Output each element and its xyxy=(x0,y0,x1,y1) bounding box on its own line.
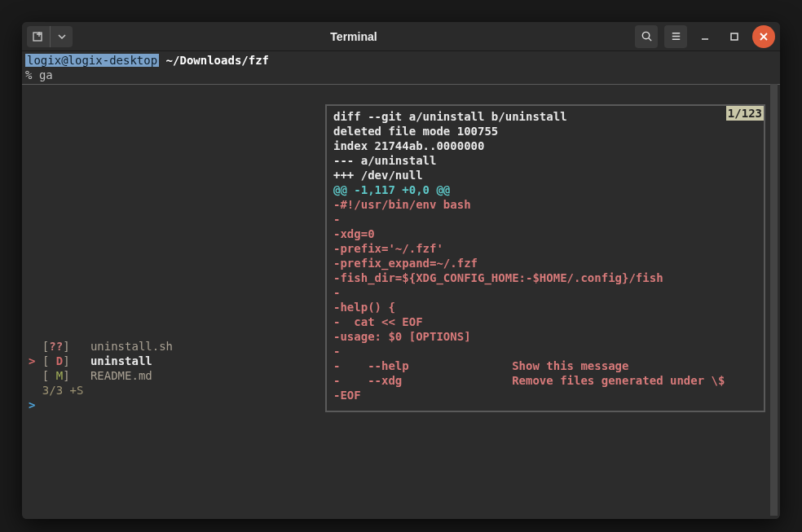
diff-line: -prefix='~/.fzf' xyxy=(333,241,757,256)
maximize-button[interactable] xyxy=(723,25,746,48)
hamburger-icon xyxy=(670,30,682,42)
diff-line: -help() { xyxy=(333,300,757,314)
diff-line: - cat << EOF xyxy=(333,314,757,329)
search-button[interactable] xyxy=(635,25,658,48)
terminal-body[interactable]: logix@logix-desktop ~/Downloads/fzf % ga… xyxy=(22,51,780,519)
command-text: ga xyxy=(39,68,53,81)
diff-line: index 21744ab..0000000 xyxy=(333,138,757,153)
close-icon xyxy=(759,32,769,42)
prompt-line-1: logix@logix-desktop ~/Downloads/fzf xyxy=(25,53,777,68)
diff-line: deleted file mode 100755 xyxy=(333,124,757,138)
diff-line: diff --git a/uninstall b/uninstall xyxy=(333,109,757,124)
diff-line: - --help Show this message xyxy=(333,358,757,373)
diff-line: -usage: $0 [OPTIONS] xyxy=(333,329,757,344)
search-icon xyxy=(641,30,653,42)
close-button[interactable] xyxy=(752,25,775,48)
chevron-down-icon xyxy=(58,33,66,41)
new-tab-group xyxy=(27,26,73,47)
file-row[interactable]: [ M] README.md xyxy=(29,368,173,383)
fzf-area: 1/123 diff --git a/uninstall b/uninstall… xyxy=(22,85,780,492)
prompt-symbol: % xyxy=(25,68,32,81)
terminal-window: Terminal logix@logix-desktop ~ xyxy=(22,22,780,519)
diff-line: @@ -1,117 +0,0 @@ xyxy=(333,182,757,197)
new-tab-dropdown[interactable] xyxy=(50,26,73,47)
preview-content: diff --git a/uninstall b/uninstalldelete… xyxy=(333,109,757,402)
scrollbar[interactable] xyxy=(770,84,778,516)
svg-line-4 xyxy=(648,38,650,41)
match-counter: 3/3 +S xyxy=(29,383,173,398)
svg-rect-9 xyxy=(731,33,738,40)
new-tab-button[interactable] xyxy=(27,26,50,47)
user-host: logix@logix-desktop xyxy=(25,54,159,67)
file-row[interactable]: > [ D] uninstall xyxy=(29,354,173,368)
diff-line: -#!/usr/bin/env bash xyxy=(333,197,757,212)
prompt-area: logix@logix-desktop ~/Downloads/fzf % ga xyxy=(22,51,780,82)
menu-button[interactable] xyxy=(664,25,687,48)
new-tab-icon xyxy=(32,30,45,43)
file-list[interactable]: [??] uninstall.sh> [ D] uninstall [ M] R… xyxy=(29,339,173,412)
minimize-icon xyxy=(699,31,711,42)
preview-position-badge: 1/123 xyxy=(726,106,764,121)
prompt-line-2: % ga xyxy=(25,68,777,82)
diff-line: -xdg=0 xyxy=(333,226,757,241)
diff-line: - xyxy=(333,285,757,300)
diff-line: -EOF xyxy=(333,388,757,402)
file-row[interactable]: [??] uninstall.sh xyxy=(29,339,173,354)
preview-pane[interactable]: 1/123 diff --git a/uninstall b/uninstall… xyxy=(325,104,765,412)
diff-line: --- a/uninstall xyxy=(333,153,757,168)
diff-line: - --xdg Remove files generated under \$ xyxy=(333,373,757,388)
diff-line: -prefix_expand=~/.fzf xyxy=(333,256,757,270)
minimize-button[interactable] xyxy=(694,25,716,48)
diff-line: - xyxy=(333,212,757,226)
query-line[interactable]: > xyxy=(29,398,173,412)
window-title: Terminal xyxy=(73,30,635,43)
titlebar: Terminal xyxy=(22,22,780,51)
diff-line: +++ /dev/null xyxy=(333,168,757,182)
diff-line: - xyxy=(333,344,757,358)
cwd: ~/Downloads/fzf xyxy=(166,54,269,67)
diff-line: -fish_dir=${XDG_CONFIG_HOME:-$HOME/.conf… xyxy=(333,270,757,285)
maximize-icon xyxy=(729,31,740,42)
svg-point-3 xyxy=(642,32,649,38)
